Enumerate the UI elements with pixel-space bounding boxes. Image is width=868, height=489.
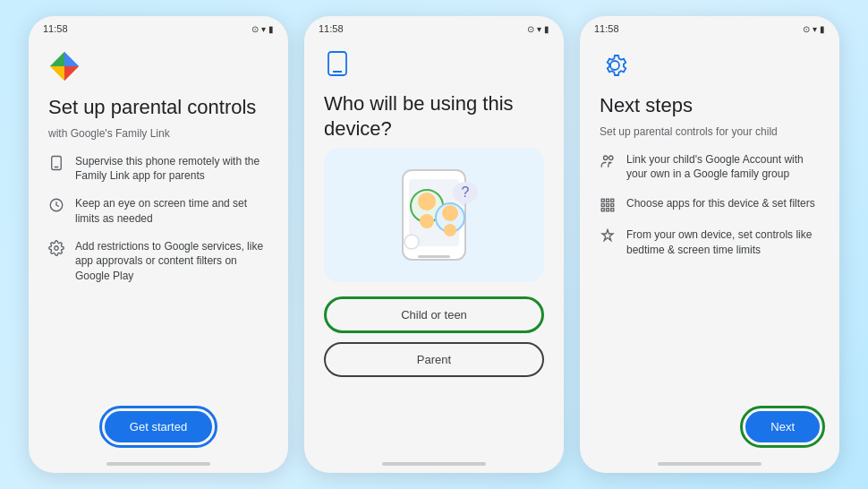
svg-rect-30 [611, 199, 614, 202]
phone2-content: Who will be using this device? ? [304, 38, 564, 455]
status-bar-2: 11:58 ⊙ ▾ ▮ [304, 16, 564, 38]
wifi-icon-3: ▾ [813, 24, 817, 34]
status-icons-1: ⊙ ▾ ▮ [251, 24, 274, 34]
device-question-icon [324, 50, 351, 77]
illustration-box: ? [324, 148, 544, 282]
svg-marker-1 [64, 52, 79, 66]
svg-rect-32 [607, 204, 609, 207]
feature-item-3: Add restrictions to Google services, lik… [48, 239, 268, 284]
svg-rect-34 [601, 209, 604, 211]
battery-icon-2: ▮ [544, 24, 549, 34]
link-account-icon [600, 153, 616, 169]
phone1-title: Set up parental controls [48, 95, 268, 120]
clock-screentime-icon [48, 197, 64, 213]
svg-point-18 [444, 224, 456, 236]
phone1-content: Set up parental controls with Google's F… [29, 38, 288, 455]
feature-text-2: Keep an eye on screen time and set limit… [75, 196, 268, 227]
get-started-button[interactable]: Get started [105, 411, 212, 442]
svg-marker-4 [64, 66, 79, 81]
svg-marker-3 [50, 66, 64, 81]
feature-list: Supervise this phone remotely with the F… [48, 154, 268, 403]
parental-controls-gear-icon [600, 50, 630, 81]
step-item-3: From your own device, set controls like … [600, 227, 820, 258]
phone-supervise-icon [48, 155, 64, 171]
bedtime-controls-icon [600, 228, 616, 244]
status-time-3: 11:58 [594, 23, 619, 34]
steps-subtitle: Set up parental controls for your child [600, 125, 820, 138]
battery-icon-3: ▮ [820, 24, 825, 34]
settings-restrictions-icon [48, 240, 64, 256]
feature-item-2: Keep an eye on screen time and set limit… [48, 196, 268, 227]
svg-marker-2 [50, 52, 64, 66]
get-started-container: Get started [48, 411, 268, 442]
who-using-illustration: ? [353, 157, 515, 273]
step-text-3: From your own device, set controls like … [626, 227, 820, 258]
family-link-icon [48, 50, 81, 82]
status-icons-2: ⊙ ▾ ▮ [527, 24, 549, 34]
svg-rect-36 [611, 209, 614, 211]
phone2-title: Who will be using this device? [324, 91, 544, 141]
svg-point-22 [404, 235, 419, 249]
phone-frame-1: 11:58 ⊙ ▾ ▮ Set up parental controls wit… [29, 16, 288, 473]
parent-button[interactable]: Parent [324, 342, 544, 377]
step-item-2: Choose apps for this device & set filter… [600, 196, 820, 213]
svg-point-8 [55, 245, 59, 250]
phone-frame-3: 11:58 ⊙ ▾ ▮ Next steps Set up parental c… [580, 16, 839, 473]
feature-item-1: Supervise this phone remotely with the F… [48, 154, 268, 184]
notification-icon-3: ⊙ [803, 24, 810, 34]
step-item-1: Link your child's Google Account with yo… [600, 152, 820, 183]
step-text-1: Link your child's Google Account with yo… [626, 152, 820, 183]
apps-filter-icon [600, 197, 616, 213]
svg-rect-23 [418, 255, 450, 258]
step-text-2: Choose apps for this device & set filter… [626, 196, 815, 211]
battery-icon: ▮ [268, 24, 274, 34]
svg-rect-31 [601, 204, 604, 207]
svg-point-17 [442, 205, 458, 221]
svg-rect-5 [52, 156, 62, 169]
svg-point-24 [610, 61, 619, 70]
svg-point-14 [418, 193, 436, 210]
child-teen-button[interactable]: Child or teen [324, 296, 544, 333]
svg-rect-33 [611, 204, 614, 207]
notification-icon: ⊙ [251, 24, 259, 34]
notification-icon-2: ⊙ [527, 24, 534, 34]
svg-point-26 [609, 156, 614, 160]
home-indicator-2 [382, 462, 486, 466]
svg-rect-35 [607, 209, 609, 211]
next-button[interactable]: Next [745, 411, 820, 442]
home-indicator-1 [106, 462, 210, 466]
steps-list: Link your child's Google Account with yo… [600, 152, 820, 403]
status-icons-3: ⊙ ▾ ▮ [803, 24, 825, 34]
phone1-subtitle: with Google's Family Link [48, 127, 268, 140]
status-time-2: 11:58 [319, 23, 344, 34]
phone3-title: Next steps [600, 93, 820, 118]
phone3-content: Next steps Set up parental controls for … [580, 38, 839, 455]
status-time-1: 11:58 [43, 23, 68, 34]
wifi-icon: ▾ [261, 24, 266, 34]
choice-buttons: Child or teen Parent [324, 296, 544, 377]
status-bar-3: 11:58 ⊙ ▾ ▮ [580, 16, 839, 38]
wifi-icon-2: ▾ [537, 24, 541, 34]
home-indicator-3 [658, 462, 762, 466]
svg-point-15 [420, 214, 434, 228]
svg-text:?: ? [462, 184, 470, 200]
feature-text-1: Supervise this phone remotely with the F… [75, 154, 268, 184]
next-button-container: Next [600, 411, 820, 442]
feature-text-3: Add restrictions to Google services, lik… [75, 239, 268, 284]
svg-point-25 [604, 156, 608, 160]
phone-frame-2: 11:58 ⊙ ▾ ▮ Who will be using this devic… [304, 16, 564, 473]
svg-rect-28 [601, 199, 604, 202]
svg-rect-29 [607, 199, 609, 202]
status-bar-1: 11:58 ⊙ ▾ ▮ [29, 16, 288, 38]
